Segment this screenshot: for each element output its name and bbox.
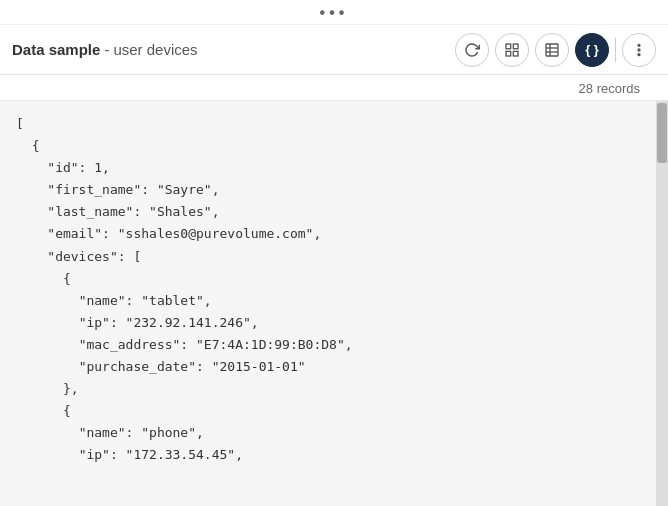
svg-rect-2 bbox=[506, 51, 511, 56]
json-viewer[interactable]: [ { "id": 1, "first_name": "Sayre", "las… bbox=[0, 101, 656, 506]
page-title-dash: - bbox=[104, 41, 109, 58]
table-icon bbox=[544, 42, 560, 58]
svg-point-8 bbox=[638, 44, 640, 46]
page-title-sub: user devices bbox=[113, 41, 197, 58]
table-view-button[interactable] bbox=[535, 33, 569, 67]
page-title-bold: Data sample bbox=[12, 41, 100, 58]
records-bar: 28 records bbox=[0, 75, 668, 101]
svg-rect-1 bbox=[513, 44, 518, 49]
records-count: 28 records bbox=[579, 81, 640, 96]
title-bar: Data sample - user devices bbox=[0, 25, 668, 75]
content-area: [ { "id": 1, "first_name": "Sayre", "las… bbox=[0, 101, 668, 506]
scrollbar-thumb[interactable] bbox=[657, 103, 667, 163]
more-options-button[interactable] bbox=[622, 33, 656, 67]
svg-rect-4 bbox=[546, 44, 558, 56]
three-dots-menu[interactable]: ••• bbox=[320, 4, 349, 22]
toolbar: { } bbox=[455, 33, 656, 67]
toolbar-divider bbox=[615, 38, 616, 62]
svg-rect-0 bbox=[506, 44, 511, 49]
refresh-button[interactable] bbox=[455, 33, 489, 67]
refresh-icon bbox=[464, 42, 480, 58]
json-view-button[interactable]: { } bbox=[575, 33, 609, 67]
grid-view-button[interactable] bbox=[495, 33, 529, 67]
svg-rect-3 bbox=[513, 51, 518, 56]
json-content: [ { "id": 1, "first_name": "Sayre", "las… bbox=[16, 113, 640, 467]
grid-icon bbox=[504, 42, 520, 58]
page-wrapper: ••• Data sample - user devices bbox=[0, 0, 668, 506]
more-icon bbox=[631, 42, 647, 58]
scrollbar[interactable] bbox=[656, 101, 668, 506]
svg-point-9 bbox=[638, 49, 640, 51]
svg-point-10 bbox=[638, 53, 640, 55]
title-section: Data sample - user devices bbox=[12, 41, 198, 58]
json-icon: { } bbox=[585, 42, 599, 57]
